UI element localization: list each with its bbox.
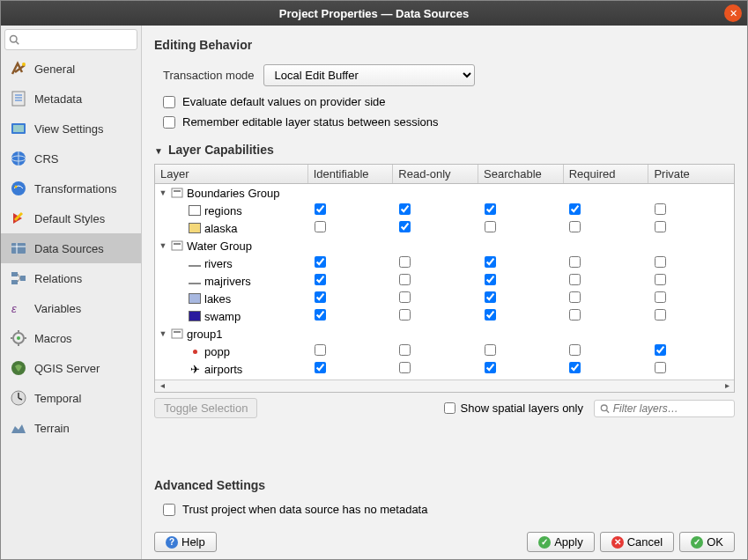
searchable-checkbox[interactable]	[485, 291, 496, 303]
sidebar-item-relations[interactable]: Relations	[1, 263, 141, 293]
col-readonly[interactable]: Read-only	[393, 165, 478, 183]
readonly-checkbox[interactable]	[399, 344, 411, 356]
scroll-right-icon[interactable]: ▸	[720, 380, 734, 392]
ok-button[interactable]: ✓OK	[679, 532, 735, 552]
searchable-checkbox[interactable]	[485, 256, 496, 268]
col-private[interactable]: Private	[648, 165, 734, 183]
close-icon[interactable]: ✕	[724, 4, 742, 22]
required-checkbox[interactable]	[569, 309, 581, 321]
layer-row[interactable]: regions	[155, 202, 734, 219]
layer-row[interactable]: popp	[155, 343, 734, 360]
toggle-selection-button[interactable]: Toggle Selection	[154, 398, 257, 418]
identifiable-checkbox[interactable]	[315, 291, 326, 303]
searchable-checkbox[interactable]	[485, 344, 496, 356]
identifiable-checkbox[interactable]	[315, 274, 326, 285]
layer-group-row[interactable]: ▼Boundaries Group	[155, 184, 734, 202]
readonly-checkbox[interactable]	[399, 274, 411, 285]
window-title: Project Properties — Data Sources	[279, 7, 469, 20]
sidebar-item-temporal[interactable]: Temporal	[1, 383, 141, 413]
sidebar-item-qgis-server[interactable]: QGIS Server	[1, 353, 141, 383]
layer-row[interactable]: majrivers	[155, 272, 734, 290]
filter-layers-container[interactable]	[594, 400, 735, 417]
sidebar-item-terrain[interactable]: Terrain	[1, 413, 141, 443]
identifiable-checkbox[interactable]	[315, 203, 326, 215]
identifiable-checkbox[interactable]	[315, 256, 326, 268]
sidebar-item-metadata[interactable]: Metadata	[1, 84, 141, 114]
layer-row[interactable]: alaska	[155, 219, 734, 237]
readonly-checkbox[interactable]	[399, 256, 411, 268]
sidebar-item-view-settings[interactable]: View Settings	[1, 114, 141, 144]
col-identifiable[interactable]: Identifiable	[308, 165, 394, 183]
layer-row[interactable]: lakes	[155, 290, 734, 307]
trust-project-label: Trust project when data source has no me…	[182, 503, 427, 516]
apply-button[interactable]: ✓Apply	[527, 532, 595, 552]
transaction-mode-select[interactable]: Local Edit Buffer	[263, 64, 475, 86]
layer-row[interactable]: rivers	[155, 254, 734, 272]
identifiable-checkbox[interactable]	[315, 362, 326, 373]
trust-project-checkbox[interactable]	[163, 504, 175, 516]
eval-default-checkbox[interactable]	[163, 96, 175, 108]
searchable-checkbox[interactable]	[485, 221, 496, 232]
required-checkbox[interactable]	[569, 291, 581, 303]
svg-line-21	[18, 278, 20, 282]
readonly-checkbox[interactable]	[399, 203, 411, 215]
sidebar-item-default-styles[interactable]: Default Styles	[1, 203, 141, 233]
required-checkbox[interactable]	[569, 274, 581, 285]
searchable-checkbox[interactable]	[485, 362, 496, 373]
expander-icon[interactable]: ▼	[159, 188, 167, 197]
required-checkbox[interactable]	[569, 256, 581, 268]
col-searchable[interactable]: Searchable	[478, 165, 564, 183]
col-layer[interactable]: Layer	[155, 165, 308, 183]
sidebar-item-transformations[interactable]: Transformations	[1, 173, 141, 203]
required-checkbox[interactable]	[569, 344, 581, 356]
sidebar-item-label: Relations	[34, 272, 82, 285]
sidebar-item-macros[interactable]: Macros	[1, 323, 141, 353]
private-checkbox[interactable]	[655, 203, 666, 215]
show-spatial-checkbox[interactable]	[444, 402, 455, 414]
remember-editable-checkbox[interactable]	[163, 116, 175, 129]
private-checkbox[interactable]	[655, 274, 666, 285]
layer-group-row[interactable]: ▼group1	[155, 325, 734, 343]
cancel-icon: ✕	[611, 536, 624, 549]
private-checkbox[interactable]	[655, 256, 666, 268]
sidebar-item-crs[interactable]: CRS	[1, 144, 141, 173]
sidebar-item-data-sources[interactable]: Data Sources	[1, 233, 141, 263]
sidebar-item-variables[interactable]: εVariables	[1, 293, 141, 323]
searchable-checkbox[interactable]	[485, 309, 496, 321]
readonly-checkbox[interactable]	[399, 309, 411, 321]
svg-rect-33	[172, 329, 182, 338]
sidebar-item-general[interactable]: General	[1, 54, 141, 84]
scroll-left-icon[interactable]: ◂	[155, 380, 169, 392]
readonly-checkbox[interactable]	[399, 362, 411, 373]
col-required[interactable]: Required	[564, 165, 649, 183]
private-checkbox[interactable]	[655, 221, 666, 232]
layer-row[interactable]: swamp	[155, 307, 734, 325]
filter-layers-input[interactable]	[613, 402, 729, 415]
search-input-container[interactable]	[4, 29, 137, 50]
required-checkbox[interactable]	[569, 362, 581, 373]
private-checkbox[interactable]	[655, 291, 666, 303]
svg-text:ε: ε	[11, 302, 17, 315]
searchable-checkbox[interactable]	[485, 274, 496, 285]
layer-capabilities-header[interactable]: Layer Capabilities	[154, 143, 735, 157]
required-checkbox[interactable]	[569, 203, 581, 215]
layer-group-row[interactable]: ▼Water Group	[155, 237, 734, 254]
private-checkbox[interactable]	[655, 309, 666, 321]
cancel-button[interactable]: ✕Cancel	[600, 532, 674, 552]
readonly-checkbox[interactable]	[399, 291, 411, 303]
layer-row[interactable]: ✈airports	[155, 360, 734, 378]
identifiable-checkbox[interactable]	[315, 309, 326, 321]
searchable-checkbox[interactable]	[485, 203, 496, 215]
expander-icon[interactable]: ▼	[159, 241, 167, 250]
identifiable-checkbox[interactable]	[315, 344, 326, 356]
private-checkbox[interactable]	[655, 344, 666, 356]
table-header: Layer Identifiable Read-only Searchable …	[155, 165, 734, 184]
help-button[interactable]: ?Help	[154, 532, 217, 552]
identifiable-checkbox[interactable]	[315, 221, 326, 232]
required-checkbox[interactable]	[569, 221, 581, 232]
search-input[interactable]	[19, 32, 133, 48]
expander-icon[interactable]: ▼	[159, 329, 167, 338]
private-checkbox[interactable]	[655, 362, 666, 373]
svg-rect-18	[11, 280, 18, 284]
readonly-checkbox[interactable]	[399, 221, 411, 232]
